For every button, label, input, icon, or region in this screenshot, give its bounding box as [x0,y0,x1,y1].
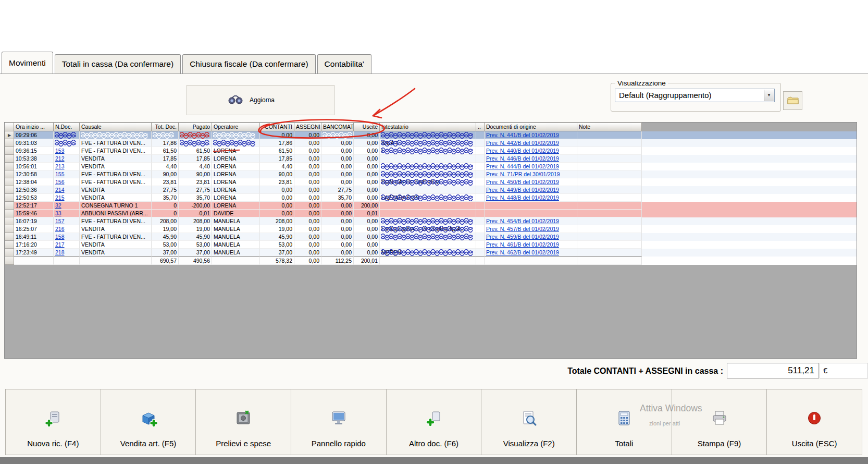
grid-row[interactable]: 17:23:49218VENDITA37,0037,00MANUELA37,00… [5,249,857,257]
grid-cell-note [577,217,642,225]
grid-cell-ndoc: 213 [54,163,80,170]
doc-number-link[interactable]: 214 [55,187,65,193]
column-header-assegni[interactable]: ASSEGNI [294,123,321,131]
grid-row[interactable]: 09:31:03FVE - FATTURA DI VEN...17,8617,8… [5,139,857,147]
doc-number-link[interactable]: 157 [55,218,65,224]
doc-number-link[interactable]: 156 [55,179,65,185]
cell-text: 0,00 [282,194,292,201]
source-doc-link[interactable]: Prev. N. 457/B del 01/02/2019 [486,226,559,232]
view-mode-combobox[interactable]: Default (Raggruppamento) ▼ [615,89,775,102]
grid-row[interactable]: 12:52:1732CONSEGNA TURNO 10-200,00LORENA… [5,202,857,210]
doc-number-link[interactable]: 217 [55,241,65,248]
source-doc-link[interactable]: Prev. N. 454/B del 01/02/2019 [486,218,559,224]
grid-row[interactable]: 09:36:15153FVE - FATTURA DI VEN...61,506… [5,147,857,155]
cell-text: 45,90 [163,234,177,240]
grid-cell-contanti: 37,00 [260,249,294,257]
grid-cell-operatore: MANUELA [212,225,260,233]
column-header-contanti[interactable]: CONTANTI [260,123,294,131]
doc-number-link[interactable]: 216 [55,226,65,232]
source-doc-link[interactable]: Prev. N. 449/B del 01/02/2019 [486,187,559,193]
grid-row[interactable]: 12:30:58155FVE - FATTURA DI VEN...90,009… [5,170,857,178]
doc-number-link[interactable]: 212 [55,155,65,162]
column-header-dots[interactable]: .. [476,123,485,131]
grid-row[interactable]: 12:38:04156FVE - FATTURA DI VEN...23,812… [5,178,857,186]
source-doc-link[interactable]: Prev. N. 459/B del 01/02/2019 [486,234,559,240]
cell-text: 0,00 [309,218,319,224]
source-doc-link[interactable]: Prev. N. 450/B del 01/02/2019 [486,179,559,185]
action-vendita-art-f5[interactable]: Vendita art. (F5) [101,389,196,455]
grid-cell-note [577,147,642,155]
source-doc-link[interactable]: Prev. N. 461/B del 01/02/2019 [486,241,559,248]
action-visualizza-f2[interactable]: Visualizza (F2) [481,389,577,455]
column-header-intestatario[interactable]: Intestatario [380,123,476,131]
grid-row[interactable]: 16:49:11158FVE - FATTURA DI VEN...45,904… [5,233,857,241]
redaction-scribble [212,139,259,146]
action-prelievi-e-spese[interactable]: Prelievi e spese [195,389,291,455]
grid-cell-tot_doc [152,131,179,139]
grid-row[interactable]: 12:50:53215VENDITA35,7035,70LORENA0,000,… [5,194,857,202]
column-header-pagato[interactable]: Pagato [179,123,212,131]
action-uscita-esc[interactable]: Uscita (ESC) [766,389,862,455]
grid-row[interactable]: 10:56:01213VENDITA4,404,40LORENA4,400,00… [5,163,857,170]
cell-text: 0,00 [309,210,319,216]
column-header-time[interactable]: Ora inizio ... [14,123,54,131]
column-header-operatore[interactable]: Operatore [212,123,260,131]
column-header-tot_doc[interactable]: Tot. Doc. [152,123,179,131]
action-totali[interactable]: Totali [576,389,672,455]
doc-number-link[interactable]: 32 [55,202,61,209]
source-doc-link[interactable]: Prev. N. 440/B del 01/02/2019 [486,148,559,154]
grid-cell-intestatario [380,202,476,210]
grid-row[interactable]: 16:25:07216VENDITA19,0019,00MANUELA19,00… [5,225,857,233]
grid-cell-assegni: 0,00 [294,155,321,163]
doc-number-link[interactable]: 153 [55,148,65,154]
source-doc-link[interactable]: Prev. N. 444/B del 01/02/2019 [486,163,559,169]
cell-text: VENDITA [81,163,105,169]
source-doc-link[interactable]: Prev. N. 448/B del 01/02/2019 [486,194,559,201]
grid-row[interactable]: 16:07:19157FVE - FATTURA DI VEN...208,00… [5,217,857,225]
doc-number-link[interactable]: 155 [55,171,65,177]
grid-row[interactable]: 15:59:4633ABBUONI PASSIVI (ARR...0-0,01D… [5,210,857,217]
tab-totali-in-cassa-da-confermare[interactable]: Totali in cassa (Da confermare) [55,54,181,74]
doc-number-link[interactable]: 33 [55,210,61,216]
grid-row[interactable]: ▶09:29:060,000,000,00Prev. N. 441/B del … [5,131,857,139]
column-header-ndoc[interactable]: N.Doc. [54,123,80,131]
cell-text: 0,00 [341,179,352,185]
grid-row[interactable]: 12:50:36214VENDITA27,7527,75LORENA0,000,… [5,186,857,194]
grid-cell-ndoc: 217 [54,241,80,249]
column-header-doc_origine[interactable]: Documenti di origine [485,123,577,131]
source-doc-link[interactable]: Prev. N. 442/B del 01/02/2019 [486,140,559,146]
action-altro-doc-f6[interactable]: Altro doc. (F6) [386,389,482,455]
grid-row[interactable]: 10:53:38212VENDITA17,8517,85LORENA17,850… [5,155,857,163]
source-doc-link[interactable]: Prev. N. 462/B del 01/02/2019 [486,249,559,255]
layout-folder-button[interactable] [783,91,802,110]
row-indicator [5,249,14,257]
grid-cell-note [577,194,642,202]
grid-row[interactable]: 17:16:20217VENDITA53,0053,00MANUELA53,00… [5,241,857,249]
action-stampa-f9[interactable]: Stampa (F9) [672,389,767,455]
column-header-uscite[interactable]: Uscite [354,123,380,131]
source-doc-link[interactable]: Prev. N. 71/PR del 30/01/2019 [486,171,560,177]
action-nuova-ric-f4[interactable]: Nuova ric. (F4) [5,389,101,455]
column-header-bancomat[interactable]: BANCOMAT [321,123,354,131]
grid-cell-contanti: 53,00 [260,241,294,249]
doc-number-link[interactable]: 218 [55,249,65,255]
grid-cell-causale: FVE - FATTURA DI VEN... [80,217,152,225]
aggiorna-button[interactable]: Aggiorna [187,85,316,115]
source-doc-link[interactable]: Prev. N. 441/B del 01/02/2019 [486,132,559,138]
doc-number-link[interactable]: 213 [55,163,65,169]
tab-chiusura-fiscale-da-confermare[interactable]: Chiusura fiscale (Da confermare) [182,54,315,74]
action-pannello-rapido[interactable]: Pannello rapido [291,389,387,455]
cell-text: VENDITA [81,187,105,193]
column-header-note[interactable]: Note [577,123,642,131]
source-doc-link[interactable]: Prev. N. 446/B del 01/02/2019 [486,155,559,162]
tab-contabilita[interactable]: Contabilita' [317,54,371,74]
tab-movimenti[interactable]: Movimenti [2,52,53,74]
grid-cell-note [577,202,642,210]
column-header-causale[interactable]: Causale [80,123,152,131]
cell-text: 0,00 [367,241,378,248]
row-indicator [5,194,14,202]
cell-text: 61,50 [163,148,177,154]
doc-number-link[interactable]: 215 [55,194,65,201]
doc-number-link[interactable]: 158 [55,234,65,240]
chevron-down-icon[interactable]: ▼ [764,90,774,101]
